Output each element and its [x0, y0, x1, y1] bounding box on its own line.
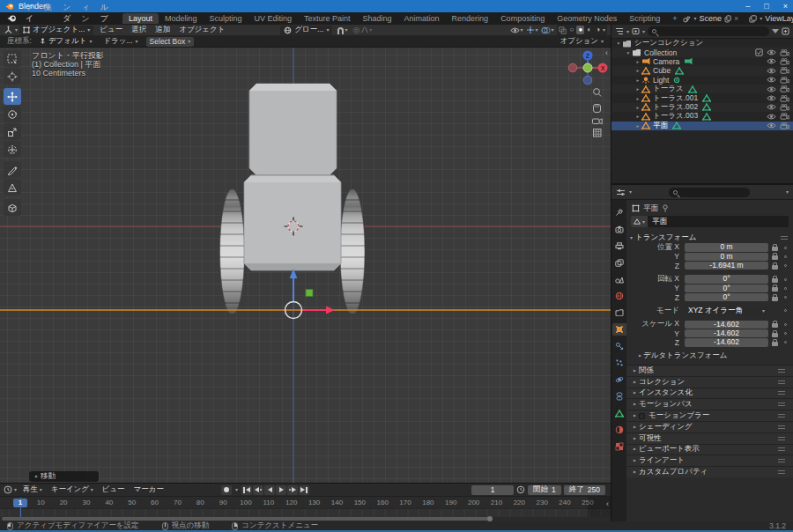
workspace-tab-texture-paint[interactable]: Texture Paint [298, 13, 357, 24]
render-visibility-icon[interactable] [780, 113, 789, 120]
panel-grip[interactable] [778, 369, 785, 373]
viewlayer-selector[interactable]: ▾ ViewLayer × [749, 14, 793, 23]
properties-tab-view-layer-icon[interactable] [612, 256, 626, 269]
lock-icon[interactable] [772, 247, 778, 251]
drag-dropdown[interactable]: ドラッ... ▾ [100, 37, 141, 47]
play-button[interactable] [276, 485, 286, 495]
value-field[interactable]: -14.602 [685, 321, 768, 329]
render-visibility-icon[interactable] [780, 77, 789, 84]
start-frame-field[interactable]: 開始 1 [528, 485, 561, 495]
panel-grip[interactable] [778, 447, 785, 451]
expand-arrow-icon[interactable]: ▸ [634, 123, 641, 129]
panel-カスタムプロパティ[interactable]: ▾カスタムプロパティ [626, 466, 793, 477]
scene-selector[interactable]: ▾ Scene × [683, 14, 738, 23]
jump-to-end-button[interactable] [299, 485, 309, 495]
hide-eye-icon[interactable] [767, 95, 776, 101]
annotate-tool[interactable] [4, 161, 21, 178]
viewport-menu-ビュー[interactable]: ビュー [95, 25, 127, 35]
properties-tab-scene-icon[interactable] [612, 273, 626, 285]
xray-toggle[interactable] [559, 26, 567, 34]
zoom-icon[interactable] [594, 89, 601, 97]
shading-rendered-button[interactable]: ◑ [594, 26, 602, 34]
shading-solid-button[interactable]: ● [576, 26, 584, 34]
properties-tab-tool-icon[interactable] [612, 206, 626, 218]
panel-grip[interactable] [778, 381, 785, 384]
panel-grip[interactable] [778, 425, 785, 429]
properties-tab-particles-icon[interactable] [612, 357, 626, 369]
workspace-tab-animation[interactable]: Animation [398, 13, 446, 24]
render-visibility-icon[interactable] [780, 58, 789, 65]
properties-tab-physics-icon[interactable] [612, 373, 626, 386]
hide-eye-icon[interactable] [767, 114, 776, 120]
blender-menu-icon[interactable] [4, 14, 20, 23]
panel-ラインアート[interactable]: ▾ラインアート [626, 454, 793, 466]
3d-viewport[interactable]: Z X フロ [0, 48, 611, 483]
outliner-row-Collection[interactable]: ▾Collection [611, 48, 793, 56]
panel-シェーディング[interactable]: ▾シェーディング [626, 421, 793, 432]
viewport-menu-オブジェクト[interactable]: オブジェクト [174, 25, 229, 35]
body-bottom-box[interactable] [244, 175, 341, 270]
animate-dot-icon[interactable] [784, 278, 787, 281]
hide-eye-icon[interactable] [767, 77, 776, 83]
current-frame-field[interactable]: 1 [471, 485, 514, 495]
timeline-menu-マーカー[interactable]: マーカー [130, 484, 168, 495]
panel-grip[interactable] [778, 470, 785, 474]
value-field[interactable]: 0° [685, 293, 768, 301]
transform-panel-header[interactable]: ▾ トランスフォーム [630, 232, 789, 243]
select-box-dropdown[interactable]: Select Box ▾ [146, 37, 195, 47]
hide-eye-icon[interactable] [767, 122, 776, 129]
auto-keying-clock-icon[interactable] [516, 485, 525, 494]
rotation-mode-dropdown[interactable]: XYZ オイラー角▾ [685, 307, 768, 314]
animate-dot-icon[interactable] [784, 323, 787, 326]
wheel-right[interactable] [340, 189, 365, 315]
value-field[interactable]: -14.602 [685, 338, 768, 346]
outliner-row-平面[interactable]: ▸平面 [611, 122, 793, 130]
properties-editor-icon[interactable] [616, 188, 626, 196]
expand-arrow-icon[interactable]: ▾ [615, 41, 622, 46]
workspace-tab-rendering[interactable]: Rendering [446, 13, 495, 24]
operator-panel[interactable]: ▾ 移動 [29, 471, 99, 482]
id-type-chip[interactable]: ▾ [631, 216, 648, 227]
timeline-menu-再生[interactable]: 再生 ▾ [19, 484, 47, 495]
render-visibility-icon[interactable] [780, 85, 789, 92]
animate-dot-icon[interactable] [784, 296, 787, 299]
move-tool[interactable] [4, 88, 21, 105]
animate-dot-icon[interactable] [784, 332, 787, 335]
snap-toggle[interactable]: ▾ [337, 26, 347, 34]
wheel-left[interactable] [220, 189, 245, 315]
expand-arrow-icon[interactable]: ▸ [634, 86, 641, 92]
camera-view-icon[interactable] [593, 119, 603, 124]
outliner-row-Light[interactable]: ▸Light [611, 76, 793, 85]
outliner-row-トーラス.001[interactable]: ▸トーラス.001 [611, 93, 793, 102]
panel-インスタンス化[interactable]: ▾インスタンス化 [626, 388, 793, 399]
filter-icon[interactable] [772, 29, 779, 33]
animate-dot-icon[interactable] [784, 255, 787, 258]
properties-tab-collection-icon[interactable] [612, 307, 626, 319]
cursor-tool[interactable] [4, 68, 21, 85]
render-visibility-icon[interactable] [780, 95, 789, 102]
properties-tab-render-icon[interactable] [612, 223, 626, 235]
properties-tab-world-icon[interactable] [612, 290, 626, 302]
workspace-tab-layout[interactable]: Layout [122, 13, 159, 24]
move-gizmo[interactable] [285, 269, 336, 319]
value-field[interactable]: -14.602 [685, 329, 768, 337]
value-field[interactable]: 0 m [685, 243, 768, 251]
minimize-button[interactable]: – [745, 2, 750, 11]
editor-type-icon[interactable] [4, 26, 13, 34]
play-reverse-button[interactable] [264, 485, 275, 495]
filter-type-icon[interactable] [632, 27, 640, 35]
outliner-search-input[interactable] [648, 26, 769, 36]
lock-icon[interactable] [772, 265, 778, 270]
lock-icon[interactable] [772, 255, 778, 260]
breadcrumb-object[interactable]: 平面 [643, 203, 658, 214]
next-keyframe-button[interactable] [287, 485, 298, 495]
navigation-gizmo[interactable]: Z X [568, 51, 607, 85]
workspace-tab-uv-editing[interactable]: UV Editing [248, 13, 298, 24]
render-visibility-icon[interactable] [780, 122, 789, 129]
new-collection-button[interactable] [782, 27, 789, 35]
mode-dropdown[interactable]: オブジェクト... ▾ [19, 26, 93, 35]
expand-arrow-icon[interactable]: ▸ [634, 68, 641, 73]
panel-grip[interactable] [781, 236, 788, 240]
add-primitive-tool[interactable] [4, 199, 21, 216]
animate-dot-icon[interactable] [784, 264, 787, 267]
